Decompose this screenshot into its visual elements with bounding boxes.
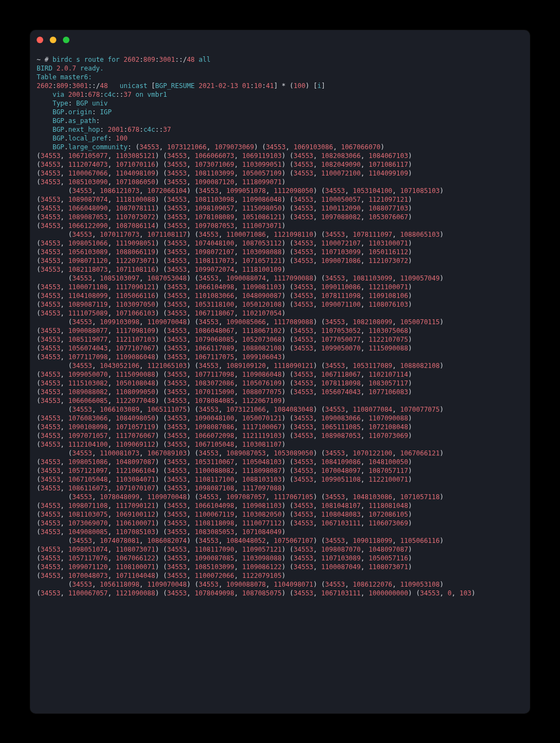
terminal-output: ~ # birdc s route for 2602:809:3001::/48… bbox=[30, 52, 530, 604]
titlebar bbox=[30, 30, 530, 52]
terminal-window: ~ # birdc s route for 2602:809:3001::/48… bbox=[30, 30, 530, 713]
close-icon[interactable] bbox=[37, 37, 43, 43]
minimize-icon[interactable] bbox=[50, 37, 56, 43]
maximize-icon[interactable] bbox=[63, 37, 69, 43]
